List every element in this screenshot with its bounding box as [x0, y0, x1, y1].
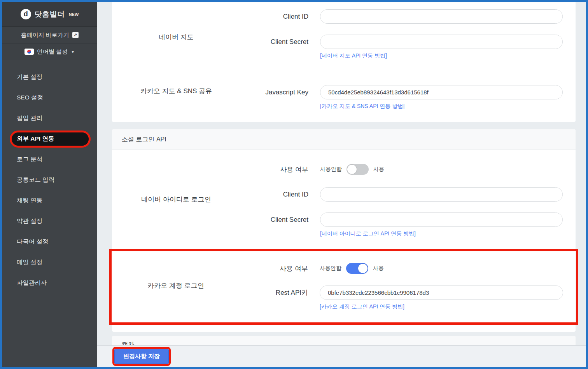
sidebar-item-common-code[interactable]: 공통코드 입력 [2, 170, 97, 190]
chevron-down-icon: ▼ [71, 50, 75, 54]
homepage-shortcut-label: 홈페이지 바로가기 [21, 31, 69, 39]
sidebar-item-file-manager[interactable]: 파일관리자 [2, 273, 97, 293]
sidebar-item-basic-settings[interactable]: 기본 설정 [2, 67, 97, 87]
naver-login-client-secret-input[interactable] [320, 212, 563, 227]
sidebar-item-external-api[interactable]: 외부 API 연동 [12, 132, 89, 146]
kakao-login-use-label: 사용 여부 [240, 264, 320, 273]
kakao-map-section: 카카오 지도 & SNS 공유 Javascript Key [카카오 지도 &… [112, 72, 576, 110]
naver-map-api-guide-link[interactable]: [네이버 지도 API 연동 방법] [320, 52, 387, 59]
naver-login-toggle-off-label: 사용안함 [320, 166, 342, 173]
save-changes-button[interactable]: 변경사항 저장 [114, 349, 169, 364]
toggle-knob [347, 165, 357, 174]
naver-map-client-id-input[interactable] [320, 9, 563, 24]
naver-login-section: 네이버 아이디로 로그인 사용 여부 사용안함 사용 Client ID Cli… [112, 150, 576, 237]
kakao-login-toggle-off-label: 사용안함 [320, 265, 341, 272]
dothome-logo-icon: d [21, 9, 31, 19]
naver-login-client-id-input[interactable] [320, 187, 563, 202]
naver-map-client-secret-label: Client Secret [240, 38, 320, 46]
social-login-card: 소셜 로그인 API 네이버 아이디로 로그인 사용 여부 사용안함 사용 Cl… [112, 129, 576, 332]
naver-login-client-id-label: Client ID [240, 191, 320, 198]
sidebar: d 닷홈빌더 NEW 홈페이지 바로가기 ↗ 언어별 설정 ▼ 기본 설정 SE… [2, 2, 97, 367]
kakao-map-js-key-input[interactable] [320, 85, 563, 99]
annotation-box-kakao-login: 카카오 계정 로그인 사용 여부 사용안함 사용 Rest API키 [109, 249, 578, 325]
kakao-login-rest-api-key-label: Rest API키 [240, 288, 320, 297]
naver-login-api-guide-link[interactable]: [네이버 아이디로 로그인 API 연동 방법] [320, 230, 416, 237]
toggle-knob [358, 264, 368, 273]
kakao-login-section: 카카오 계정 로그인 사용 여부 사용안함 사용 Rest API키 [112, 251, 576, 310]
language-settings-label: 언어별 설정 [37, 48, 68, 56]
kakao-login-toggle[interactable] [346, 263, 368, 274]
sidebar-item-multilingual-settings[interactable]: 다국어 설정 [2, 231, 97, 252]
naver-login-toggle[interactable] [346, 164, 369, 175]
sidebar-item-terms-settings[interactable]: 약관 설정 [2, 211, 97, 231]
kakao-login-api-guide-link[interactable]: [카카오 계정 로그인 API 연동 방법] [320, 303, 404, 310]
naver-map-section: 네이버 지도 Client ID Client Secret [네이버 지도 A… [112, 2, 576, 72]
kakao-login-toggle-on-label: 사용 [373, 265, 384, 272]
sidebar-item-popup-management[interactable]: 팝업 관리 [2, 108, 97, 129]
main-content: 네이버 지도 Client ID Client Secret [네이버 지도 A… [97, 2, 586, 367]
external-link-icon: ↗ [72, 32, 79, 38]
naver-map-client-secret-input[interactable] [320, 35, 563, 49]
naver-map-client-id-label: Client ID [240, 13, 320, 21]
naver-login-use-label: 사용 여부 [240, 165, 320, 174]
sidebar-menu: 기본 설정 SEO 설정 팝업 관리 외부 API 연동 로그 분석 공통코드 … [2, 60, 97, 293]
sidebar-item-mail-settings[interactable]: 메일 설정 [2, 252, 97, 273]
annotation-circle-external-api: 외부 API 연동 [10, 131, 91, 148]
naver-login-client-secret-label: Client Secret [240, 216, 320, 224]
sidebar-item-external-api-slot: 외부 API 연동 [2, 129, 97, 149]
naver-login-toggle-on-label: 사용 [373, 166, 384, 173]
kakao-login-title: 카카오 계정 로그인 [112, 261, 240, 310]
sidebar-item-chat-integration[interactable]: 채팅 연동 [2, 190, 97, 211]
homepage-shortcut-link[interactable]: 홈페이지 바로가기 ↗ [2, 27, 97, 44]
sidebar-item-log-analysis[interactable]: 로그 분석 [2, 149, 97, 170]
kakao-map-api-guide-link[interactable]: [카카오 지도 & SNS API 연동 방법] [320, 103, 404, 110]
brand: d 닷홈빌더 NEW [2, 2, 97, 27]
naver-map-title: 네이버 지도 [112, 2, 240, 72]
social-login-api-header: 소셜 로그인 API [112, 129, 576, 150]
kakao-map-js-key-label: Javascript Key [240, 89, 320, 96]
footer-bar: 변경사항 저장 [97, 345, 586, 367]
naver-login-title: 네이버 아이디로 로그인 [112, 162, 240, 237]
brand-new-badge: NEW [69, 12, 79, 17]
kakao-login-rest-api-key-input[interactable] [320, 285, 563, 300]
korean-flag-icon [24, 49, 34, 55]
kakao-map-title: 카카오 지도 & SNS 공유 [112, 72, 240, 110]
map-api-card: 네이버 지도 Client ID Client Secret [네이버 지도 A… [112, 2, 576, 122]
brand-name: 닷홈빌더 [35, 9, 65, 19]
language-settings-dropdown[interactable]: 언어별 설정 ▼ [2, 44, 97, 60]
sidebar-item-seo-settings[interactable]: SEO 설정 [2, 87, 97, 108]
